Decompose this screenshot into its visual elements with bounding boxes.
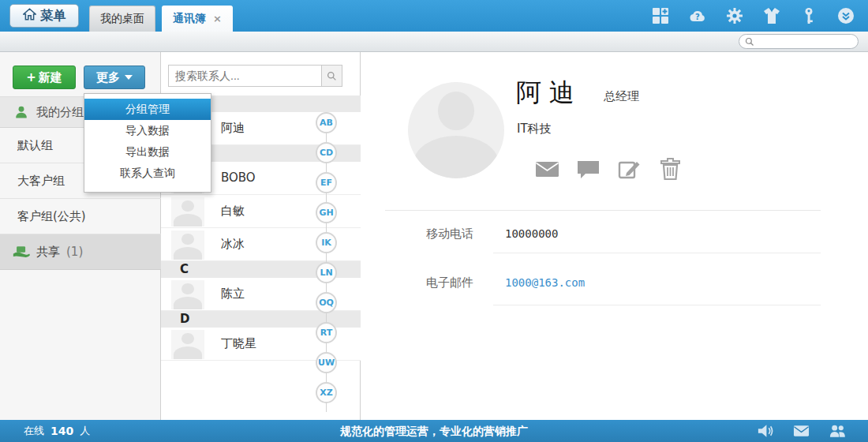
field-label: 电子邮件 [426, 275, 473, 290]
alphabet-bubble[interactable]: AB [316, 112, 337, 133]
secondary-toolbar [0, 32, 868, 52]
plus-icon: + [26, 70, 36, 84]
settings-gear-icon[interactable] [725, 6, 744, 25]
menu-item-import-data[interactable]: 导入数据 [84, 120, 211, 141]
contact-name: 冰冰 [221, 228, 245, 260]
shared-count-badge: (1) [66, 245, 83, 259]
message-icon[interactable] [576, 157, 600, 181]
avatar [171, 230, 204, 260]
theme-shirt-icon[interactable] [762, 6, 781, 25]
home-icon [23, 8, 36, 24]
contact-name: 丁晓星 [221, 328, 256, 360]
global-search [739, 34, 859, 49]
edit-icon[interactable] [617, 157, 642, 181]
svg-text:?: ? [695, 13, 700, 21]
divider [493, 253, 821, 253]
search-icon [327, 71, 337, 81]
caret-down-icon [125, 75, 133, 80]
alphabet-bubble[interactable]: CD [316, 142, 337, 163]
top-bar-icon-group: ? [651, 6, 855, 25]
avatar [171, 330, 204, 359]
add-app-icon[interactable] [651, 6, 670, 25]
slogan-text: 规范化的管理运营，专业化的营销推广 [0, 420, 868, 442]
alphabet-bubble[interactable]: GH [316, 202, 337, 223]
mobile-phone-value: 10000000 [505, 227, 558, 240]
sidebar-item-customer-group-public[interactable]: 客户组(公共) [0, 199, 161, 234]
alphabet-bubble[interactable]: RT [316, 322, 337, 343]
tab-label: 我的桌面 [100, 12, 144, 26]
menu-item-contact-query[interactable]: 联系人查询 [84, 163, 211, 184]
contact-search [168, 65, 342, 87]
tab-my-desktop[interactable]: 我的桌面 [89, 6, 155, 32]
avatar [171, 197, 204, 227]
field-label: 移动电话 [426, 227, 473, 242]
person-icon [14, 105, 28, 119]
email-link[interactable]: 1000@163.com [505, 276, 585, 289]
contact-detail-panel: 阿迪 总经理 IT科技 移动电话 10000000 电子邮件 1000@163.… [361, 52, 868, 420]
contact-name: 阿迪 [221, 112, 245, 144]
alphabet-bubble[interactable]: XZ [316, 382, 337, 403]
more-button-label: 更多 [96, 70, 120, 85]
alphabet-bubble[interactable]: EF [316, 172, 337, 193]
avatar [171, 280, 204, 309]
contact-job-title: 总经理 [604, 89, 639, 104]
top-bar: 菜单 我的桌面 通讯簿 × ? [0, 0, 868, 32]
contact-actions [535, 157, 683, 181]
menu-item-group-management[interactable]: 分组管理 [84, 99, 211, 120]
menu-button[interactable]: 菜单 [9, 4, 79, 28]
menu-item-export-data[interactable]: 导出数据 [84, 141, 211, 163]
help-cloud-icon[interactable]: ? [688, 6, 707, 25]
contact-avatar [408, 82, 504, 178]
sidebar-item-label: 我的分组 [36, 105, 84, 120]
contact-search-input[interactable] [169, 66, 321, 86]
tab-label: 通讯簿 [173, 12, 206, 26]
status-bar: 在线 140 人 规范化的管理运营，专业化的营销推广 [0, 420, 868, 442]
divider [493, 305, 821, 305]
contact-search-button[interactable] [321, 66, 342, 86]
search-icon [745, 37, 754, 47]
alphabet-bubble[interactable]: OQ [316, 292, 337, 313]
new-button-label: 新建 [39, 70, 62, 85]
alphabet-bubble[interactable]: IK [316, 232, 337, 253]
alphabet-bubble[interactable]: LN [316, 262, 337, 283]
contact-detail-name: 阿迪 [516, 76, 582, 110]
tab-address-book[interactable]: 通讯簿 × [162, 6, 233, 32]
email-icon[interactable] [535, 157, 559, 181]
more-dropdown-menu: 分组管理 导入数据 导出数据 联系人查询 [84, 93, 211, 193]
collapse-chevrons-icon[interactable] [836, 6, 855, 25]
contact-name: 陈立 [221, 278, 245, 310]
divider [385, 210, 821, 211]
mail-icon[interactable] [793, 423, 810, 439]
sidebar-item-shared[interactable]: 共享 (1) [0, 234, 161, 270]
global-search-input[interactable] [758, 36, 858, 47]
sound-icon[interactable] [757, 423, 773, 439]
sidebar-item-label: 共享 [36, 245, 60, 260]
contact-company: IT科技 [517, 122, 552, 137]
contacts-icon[interactable] [829, 423, 846, 439]
share-icon [13, 245, 30, 259]
more-button[interactable]: 更多 [84, 66, 145, 89]
key-icon[interactable] [799, 6, 818, 25]
contact-name: BOBO [221, 162, 256, 194]
alphabet-bubble[interactable]: UW [316, 352, 337, 373]
status-bar-icon-group [757, 423, 846, 439]
menu-label: 菜单 [41, 8, 66, 24]
new-contact-button[interactable]: + 新建 [13, 66, 76, 89]
contact-name: 白敏 [221, 195, 245, 227]
close-icon[interactable]: × [213, 13, 222, 24]
delete-icon[interactable] [658, 157, 683, 181]
